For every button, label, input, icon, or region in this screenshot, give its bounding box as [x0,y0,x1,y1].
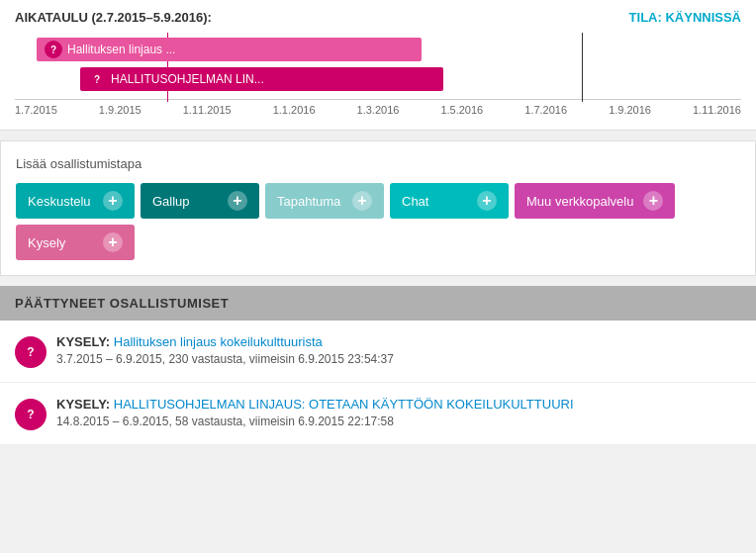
plus-icon-tapahtuma: + [352,191,372,211]
add-keskustelu-button[interactable]: Keskustelu + [16,183,135,219]
timeline-vline-end [582,33,583,102]
axis-label-4: 1.3.2016 [357,104,400,116]
timeline-header: AIKATAULU (2.7.2015–5.9.2016): TILA: KÄY… [15,10,741,25]
ended-item-link-2[interactable]: HALLITUSOHJELMAN LINJAUS: OTETAAN KÄYTTÖ… [114,397,574,412]
ended-item-2: ? KYSELY: HALLITUSOHJELMAN LINJAUS: OTET… [0,383,756,445]
participation-buttons: Keskustelu + Gallup + Tapahtuma + Chat +… [16,183,740,260]
timeline-bar-label-1: Hallituksen linjaus ... [67,43,175,56]
ended-item-title-2: KYSELY: HALLITUSOHJELMAN LINJAUS: OTETAA… [56,397,741,412]
axis-label-2: 1.11.2015 [183,104,232,116]
ended-item-link-1[interactable]: Hallituksen linjaus kokeilukulttuurista [114,334,323,349]
timeline-axis: 1.7.2015 1.9.2015 1.11.2015 1.1.2016 1.3… [15,99,741,116]
plus-icon-muu: + [643,191,663,211]
axis-label-7: 1.9.2016 [609,104,651,116]
ended-list: ? KYSELY: Hallituksen linjaus kokeilukul… [0,321,756,445]
timeline-title: AIKATAULU (2.7.2015–5.9.2016): [15,10,212,25]
ended-item-meta-1: 3.7.2015 – 6.9.2015, 230 vastausta, viim… [56,352,741,366]
btn-label-kysely: Kysely [28,235,65,250]
plus-icon-keskustelu: + [103,191,123,211]
add-gallup-button[interactable]: Gallup + [141,183,259,219]
ended-item-type-label-1: KYSELY: [56,334,110,349]
timeline-container: ? Hallituksen linjaus ... ? HALLITUSOHJE… [15,33,741,122]
ended-item-1: ? KYSELY: Hallituksen linjaus kokeilukul… [0,321,756,383]
axis-label-5: 1.5.2016 [440,104,483,116]
timeline-bars: ? Hallituksen linjaus ... ? HALLITUSOHJE… [15,33,741,97]
add-chat-button[interactable]: Chat + [390,183,509,219]
timeline-bar-2: ? HALLITUSOHJELMAN LIN... [80,67,443,91]
axis-label-8: 1.11.2016 [693,104,741,116]
axis-label-6: 1.7.2016 [524,104,567,116]
axis-label-1: 1.9.2015 [99,104,142,116]
timeline-bar-1: ? Hallituksen linjaus ... [37,38,422,61]
ended-item-icon-2: ? [15,399,47,430]
add-tapahtuma-button[interactable]: Tapahtuma + [265,183,384,219]
axis-label-3: 1.1.2016 [273,104,316,116]
plus-icon-kysely: + [103,232,123,252]
btn-label-gallup: Gallup [152,194,190,209]
participation-title: Lisää osallistumistapa [16,156,740,171]
btn-label-tapahtuma: Tapahtuma [277,194,340,209]
timeline-bar-label-2: HALLITUSOHJELMAN LIN... [111,72,264,86]
btn-label-muu: Muu verkkopalvelu [526,194,633,209]
btn-label-keskustelu: Keskustelu [28,194,91,209]
ended-item-type-label-2: KYSELY: [56,397,110,412]
plus-icon-chat: + [477,191,497,211]
plus-icon-gallup: + [228,191,247,211]
ended-item-content-2: KYSELY: HALLITUSOHJELMAN LINJAUS: OTETAA… [56,397,741,428]
participation-section: Lisää osallistumistapa Keskustelu + Gall… [0,140,756,276]
axis-label-0: 1.7.2015 [15,104,57,116]
timeline-section: AIKATAULU (2.7.2015–5.9.2016): TILA: KÄY… [0,0,756,131]
timeline-status: TILA: KÄYNNISSÄ [629,10,741,25]
add-muu-button[interactable]: Muu verkkopalvelu + [515,183,675,219]
ended-item-meta-2: 14.8.2015 – 6.9.2015, 58 vastausta, viim… [56,415,741,428]
ended-item-content-1: KYSELY: Hallituksen linjaus kokeilukultt… [56,334,741,366]
ended-title: PÄÄTTYNEET OSALLISTUMISET [15,296,229,311]
bar-icon-1: ? [45,41,62,58]
add-kysely-button[interactable]: Kysely + [16,225,135,260]
ended-item-title-1: KYSELY: Hallituksen linjaus kokeilukultt… [56,334,741,349]
ended-section: PÄÄTTYNEET OSALLISTUMISET [0,286,756,321]
ended-item-icon-1: ? [15,336,47,368]
bar-icon-2: ? [88,70,106,88]
btn-label-chat: Chat [402,194,428,209]
